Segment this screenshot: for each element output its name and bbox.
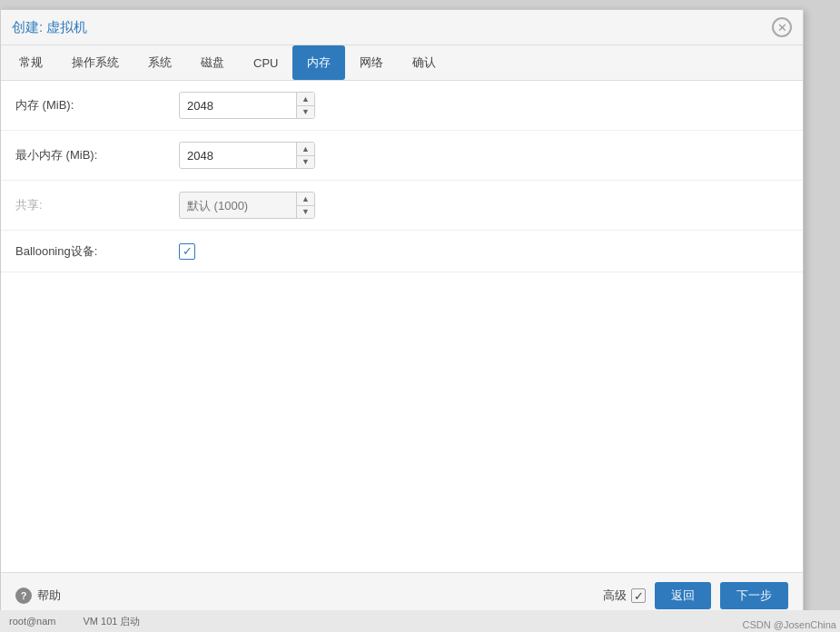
next-button[interactable]: 下一步 (720, 582, 788, 609)
shares-label: 共享: (15, 197, 179, 213)
memory-spin-buttons: ▲ ▼ (296, 93, 314, 118)
dialog-title: 创建: 虚拟机 (12, 19, 87, 36)
min-memory-input[interactable] (179, 142, 315, 169)
shares-row: 共享: ▲ ▼ (1, 181, 803, 231)
tab-操作系统[interactable]: 操作系统 (57, 45, 133, 80)
ballooning-checkbox-wrap: ✓ (179, 243, 195, 260)
tab-确认[interactable]: 确认 (398, 45, 450, 80)
memory-spin-down[interactable]: ▼ (297, 106, 314, 119)
ballooning-checkbox[interactable]: ✓ (179, 243, 195, 260)
help-label: 帮助 (37, 588, 61, 604)
memory-label: 内存 (MiB): (15, 97, 179, 114)
memory-input[interactable] (179, 92, 315, 119)
memory-form: 内存 (MiB): ▲ ▼ 最小内存 (MiB): (1, 81, 803, 272)
min-memory-spinbox-wrap: ▲ ▼ (179, 142, 315, 169)
min-memory-spin-buttons: ▲ ▼ (296, 143, 314, 168)
min-memory-row: 最小内存 (MiB): ▲ ▼ (1, 131, 803, 181)
dialog-overlay: 创建: 虚拟机 ✕ 常规操作系统系统磁盘CPU内存网络确认 内存 (MiB): … (0, 0, 840, 632)
footer-left: ? 帮助 (15, 588, 61, 604)
tab-常规[interactable]: 常规 (5, 45, 57, 80)
min-memory-spin-down[interactable]: ▼ (297, 156, 314, 169)
ballooning-label: Ballooning设备: (15, 243, 179, 260)
memory-spin-up[interactable]: ▲ (297, 93, 314, 106)
tab-系统[interactable]: 系统 (133, 45, 186, 80)
advanced-checkbox[interactable]: ✓ (631, 588, 646, 603)
shares-spin-up: ▲ (297, 193, 314, 206)
min-memory-label: 最小内存 (MiB): (15, 147, 179, 163)
title-bar: 创建: 虚拟机 ✕ (1, 10, 803, 45)
shares-spin-down: ▼ (297, 206, 314, 219)
status-user: root@nam (9, 616, 56, 627)
tab-CPU[interactable]: CPU (239, 47, 292, 79)
close-icon: ✕ (777, 22, 787, 34)
ballooning-row: Ballooning设备: ✓ (1, 231, 803, 272)
tab-网络[interactable]: 网络 (345, 45, 398, 80)
advanced-wrap: 高级 ✓ (603, 588, 646, 604)
footer-right: 高级 ✓ 返回 下一步 (603, 582, 788, 609)
tab-内存[interactable]: 内存 (292, 45, 345, 80)
watermark: CSDN @JosenChina (743, 619, 837, 630)
shares-spin-buttons: ▲ ▼ (296, 193, 314, 218)
tab-磁盘[interactable]: 磁盘 (186, 45, 239, 80)
help-icon[interactable]: ? (15, 588, 32, 604)
shares-input (179, 192, 315, 219)
memory-spinbox-wrap: ▲ ▼ (179, 92, 315, 119)
back-button[interactable]: 返回 (655, 582, 711, 609)
create-vm-dialog: 创建: 虚拟机 ✕ 常规操作系统系统磁盘CPU内存网络确认 内存 (MiB): … (0, 9, 804, 619)
status-bar: root@nam VM 101 启动 (0, 610, 840, 632)
close-button[interactable]: ✕ (772, 17, 792, 37)
shares-spinbox-wrap: ▲ ▼ (179, 192, 315, 219)
advanced-label: 高级 (603, 588, 627, 604)
min-memory-spin-up[interactable]: ▲ (297, 143, 314, 156)
tab-bar: 常规操作系统系统磁盘CPU内存网络确认 (1, 45, 803, 81)
memory-row: 内存 (MiB): ▲ ▼ (1, 81, 803, 131)
status-vm: VM 101 启动 (84, 615, 141, 628)
dialog-content: 内存 (MiB): ▲ ▼ 最小内存 (MiB): (1, 81, 803, 572)
